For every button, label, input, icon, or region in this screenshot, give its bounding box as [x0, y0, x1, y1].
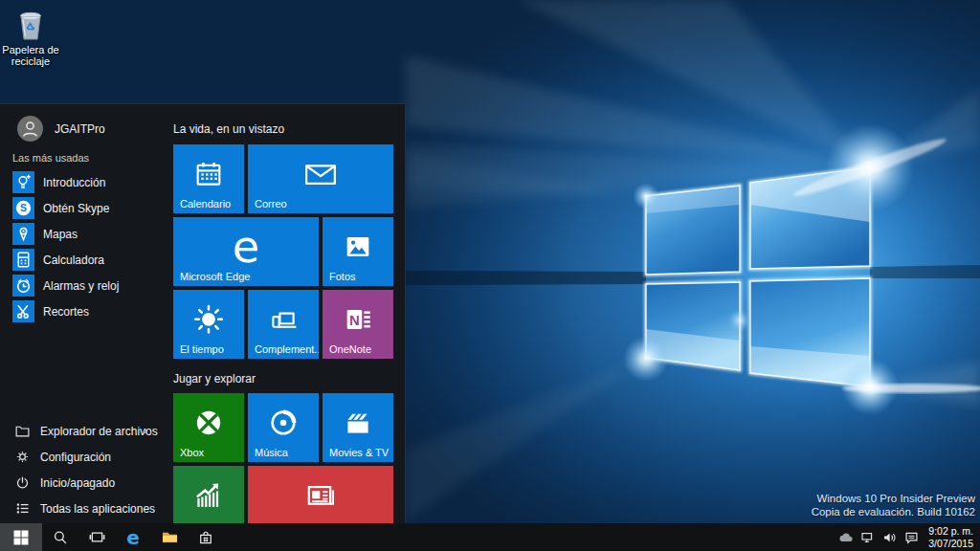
- gear-icon: [14, 449, 31, 465]
- onenote-icon: N: [342, 303, 374, 340]
- tile-group-header-1: La vida, en un vistazo: [173, 122, 284, 136]
- search-button[interactable]: [42, 523, 78, 551]
- tile-label: Fotos: [329, 271, 356, 282]
- tile-group-header-2: Jugar y explorar: [173, 372, 256, 386]
- sun-icon: [191, 302, 226, 341]
- task-view-button[interactable]: [78, 523, 115, 551]
- store-icon: [197, 529, 214, 546]
- tile-label: Microsoft Edge: [180, 271, 250, 282]
- all-apps-icon: [14, 500, 31, 517]
- skype-icon: S: [12, 197, 34, 219]
- power-icon: [14, 474, 31, 491]
- sidebar-item-power[interactable]: Inicio/apagado: [0, 470, 172, 496]
- app-item-label: Recortes: [43, 305, 89, 319]
- tile-complementos[interactable]: Complement...: [248, 290, 319, 359]
- user-name: JGAITPro: [55, 122, 105, 136]
- sidebar-item-label: Explorador de archivos: [40, 425, 158, 438]
- sidebar-item-label: Inicio/apagado: [40, 476, 115, 490]
- system-list: Explorador de archivos › Configuración I…: [0, 418, 172, 521]
- xbox-icon: [192, 407, 225, 443]
- clock-time: 9:02 p. m.: [928, 525, 973, 538]
- tile-musica[interactable]: Música: [248, 393, 319, 462]
- photos-icon: [343, 231, 373, 266]
- sidebar-item-settings[interactable]: Configuración: [0, 444, 172, 470]
- tile-label: Xbox: [180, 447, 204, 458]
- taskbar-clock[interactable]: 9:02 p. m. 3/07/2015: [925, 525, 976, 549]
- app-item-label: Introducción: [43, 176, 105, 189]
- tile-microsoft-edge[interactable]: e Microsoft Edge: [173, 217, 319, 286]
- app-item-calculadora[interactable]: Calculadora: [0, 247, 172, 273]
- watermark-line2: Copia de evaluación. Build 10162: [812, 505, 975, 518]
- most-used-list: Introducción S Obtén Skype Mapas: [0, 169, 172, 324]
- alarm-clock-icon: [12, 275, 34, 297]
- task-view-icon: [88, 528, 106, 546]
- tile-label: Complement...: [255, 343, 319, 355]
- chevron-right-icon[interactable]: ›: [144, 424, 147, 437]
- build-watermark: Windows 10 Pro Insider Preview Copia de …: [812, 492, 975, 518]
- sidebar-item-label: Configuración: [40, 451, 111, 464]
- scissors-icon: [12, 300, 34, 322]
- file-explorer-button[interactable]: [151, 523, 188, 551]
- tile-movies-tv[interactable]: Movies & TV: [323, 393, 393, 462]
- tile-correo[interactable]: Correo: [248, 144, 393, 213]
- tile-fotos[interactable]: Fotos: [323, 217, 393, 286]
- devices-icon: [267, 303, 300, 340]
- lightbulb-icon: [12, 171, 34, 193]
- calendar-icon: [192, 158, 225, 194]
- volume-icon[interactable]: [882, 531, 898, 544]
- svg-text:S: S: [20, 202, 27, 213]
- app-item-recortes[interactable]: Recortes: [0, 298, 172, 324]
- app-item-mapas[interactable]: Mapas: [0, 221, 172, 247]
- onedrive-cloud-icon[interactable]: [838, 532, 854, 543]
- network-icon[interactable]: [860, 531, 876, 544]
- user-account-button[interactable]: JGAITPro: [17, 116, 105, 142]
- edge-browser-button[interactable]: e: [115, 523, 151, 551]
- tile-xbox[interactable]: Xbox: [173, 393, 244, 462]
- action-center-icon[interactable]: [904, 531, 919, 544]
- finance-chart-icon: [191, 478, 226, 517]
- app-item-introduccion[interactable]: Introducción: [0, 169, 172, 195]
- system-tray: 9:02 p. m. 3/07/2015: [838, 523, 980, 551]
- map-pin-icon: [12, 223, 34, 245]
- music-icon: [267, 407, 300, 443]
- tile-noticias[interactable]: [248, 466, 393, 524]
- tile-label: El tiempo: [180, 343, 224, 355]
- tile-calendario[interactable]: Calendario: [173, 144, 244, 213]
- app-item-label: Obtén Skype: [43, 202, 109, 215]
- sidebar-item-file-explorer[interactable]: Explorador de archivos ›: [0, 418, 172, 444]
- edge-icon: e: [126, 528, 140, 547]
- news-icon: [302, 478, 339, 515]
- tile-label: Música: [255, 447, 288, 458]
- sidebar-item-all-apps[interactable]: Todas las aplicaciones: [0, 496, 172, 521]
- recycle-bin-shortcut[interactable]: Papelera de reciclaje: [2, 8, 59, 67]
- app-item-label: Alarmas y reloj: [43, 279, 119, 293]
- taskbar-empty-area: [224, 523, 838, 551]
- tile-label: Correo: [255, 198, 287, 209]
- taskbar: e: [0, 523, 980, 551]
- search-icon: [52, 529, 69, 546]
- edge-e-icon: e: [233, 225, 259, 269]
- store-button[interactable]: [188, 523, 224, 551]
- recycle-bin-icon: [14, 8, 47, 42]
- calculator-icon: [12, 249, 34, 271]
- tile-onenote[interactable]: N OneNote: [323, 290, 393, 359]
- desktop-screen: { "desktop": { "recycle_bin_label": "Pap…: [0, 0, 980, 551]
- start-menu: JGAITPro Las más usadas Introducción S O…: [0, 103, 406, 523]
- tile-finanzas[interactable]: [173, 466, 244, 524]
- app-item-label: Calculadora: [43, 253, 104, 267]
- watermark-line1: Windows 10 Pro Insider Preview: [812, 492, 975, 505]
- file-explorer-icon: [161, 528, 179, 546]
- app-item-alarmas[interactable]: Alarmas y reloj: [0, 273, 172, 298]
- app-item-skype[interactable]: S Obtén Skype: [0, 195, 172, 221]
- start-button[interactable]: [0, 523, 42, 551]
- clock-date: 3/07/2015: [928, 538, 973, 550]
- recycle-bin-label: Papelera de reciclaje: [2, 44, 59, 67]
- windows-start-icon: [13, 530, 29, 545]
- folder-icon: [14, 423, 31, 439]
- movies-icon: [342, 407, 374, 443]
- tile-label: OneNote: [329, 343, 371, 355]
- mail-icon: [301, 158, 340, 194]
- tile-label: Movies & TV: [329, 447, 389, 458]
- svg-text:N: N: [349, 313, 360, 328]
- tile-el-tiempo[interactable]: El tiempo: [173, 290, 244, 359]
